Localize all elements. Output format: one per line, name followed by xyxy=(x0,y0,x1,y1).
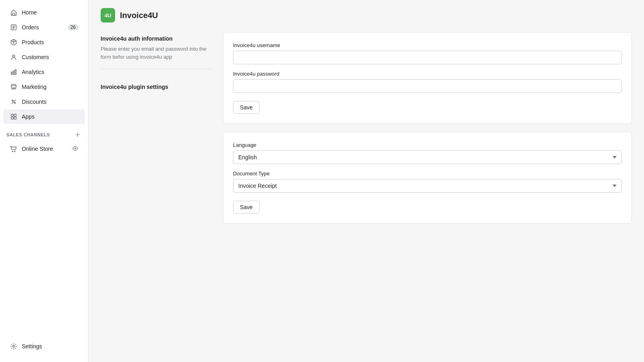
username-label: Invoice4u username xyxy=(233,42,622,48)
svg-point-15 xyxy=(74,148,76,149)
app-logo: 4U xyxy=(101,8,115,23)
sidebar-item-discounts[interactable]: Discounts xyxy=(3,95,85,109)
document-type-label: Document Type xyxy=(233,171,622,177)
content-left: Invoice4u auth information Please enter … xyxy=(101,32,213,232)
language-form-group: Language English Hebrew Arabic xyxy=(233,142,622,164)
sales-channels-header: SALES CHANNELS xyxy=(0,124,88,141)
sidebar-item-products[interactable]: Products xyxy=(3,35,85,49)
settings-icon xyxy=(10,342,18,350)
sidebar-item-analytics-label: Analytics xyxy=(22,69,44,75)
svg-point-1 xyxy=(12,55,14,57)
plugin-section-title: Invoice4u plugin settings xyxy=(101,84,213,90)
sidebar: Home Orders 26 Products Customers xyxy=(0,0,89,362)
content-layout: Invoice4u auth information Please enter … xyxy=(101,32,632,232)
customers-icon xyxy=(10,53,18,61)
sidebar-bottom: Settings xyxy=(0,339,88,357)
auth-section-title: Invoice4u auth information xyxy=(101,35,213,42)
plugin-save-button[interactable]: Save xyxy=(233,201,260,214)
orders-icon xyxy=(10,23,18,31)
document-type-select[interactable]: Invoice Receipt Invoice Receipt xyxy=(233,179,622,193)
sidebar-item-analytics[interactable]: Analytics xyxy=(3,65,85,79)
sidebar-item-settings-label: Settings xyxy=(22,343,42,350)
sidebar-item-online-store-label: Online Store xyxy=(22,146,53,152)
content-right: Invoice4u username Invoice4u password Sa… xyxy=(223,32,632,232)
sidebar-nav: Home Orders 26 Products Customers xyxy=(0,5,88,339)
sidebar-item-home[interactable]: Home xyxy=(3,5,85,20)
home-icon xyxy=(10,8,18,16)
discounts-icon xyxy=(10,98,18,106)
sidebar-item-online-store[interactable]: Online Store xyxy=(3,142,85,156)
svg-point-8 xyxy=(14,102,16,104)
sidebar-item-settings[interactable]: Settings xyxy=(3,339,85,354)
password-label: Invoice4u password xyxy=(233,71,622,77)
plugin-section-info: Invoice4u plugin settings xyxy=(101,72,213,97)
auth-save-button[interactable]: Save xyxy=(233,101,260,114)
password-form-group: Invoice4u password xyxy=(233,71,622,93)
sidebar-item-customers-label: Customers xyxy=(22,54,49,60)
auth-section-desc: Please enter you email and password into… xyxy=(101,45,213,61)
add-sales-channel-button[interactable] xyxy=(74,131,82,139)
auth-card: Invoice4u username Invoice4u password Sa… xyxy=(223,32,632,124)
svg-rect-4 xyxy=(15,70,17,75)
auth-section-info: Invoice4u auth information Please enter … xyxy=(101,32,213,72)
svg-rect-3 xyxy=(13,70,14,74)
password-input[interactable] xyxy=(233,79,622,93)
online-store-visibility-icon xyxy=(72,145,78,153)
orders-badge: 26 xyxy=(68,24,78,31)
svg-point-14 xyxy=(14,151,15,152)
sales-channels-label: SALES CHANNELS xyxy=(6,132,50,137)
svg-rect-2 xyxy=(11,72,12,74)
svg-point-7 xyxy=(12,100,14,102)
svg-rect-10 xyxy=(14,114,16,116)
sidebar-item-home-label: Home xyxy=(22,9,37,16)
main-content: 4U Invoice4U Invoice4u auth information … xyxy=(89,0,644,362)
username-input[interactable] xyxy=(233,51,622,64)
sidebar-item-apps-label: Apps xyxy=(22,113,35,120)
analytics-icon xyxy=(10,68,18,76)
plugin-card: Language English Hebrew Arabic Document … xyxy=(223,132,632,224)
sidebar-item-products-label: Products xyxy=(22,39,44,45)
sidebar-item-apps[interactable]: Apps xyxy=(3,109,85,124)
page-title: Invoice4U xyxy=(120,11,158,20)
username-form-group: Invoice4u username xyxy=(233,42,622,64)
language-select[interactable]: English Hebrew Arabic xyxy=(233,150,622,164)
document-type-form-group: Document Type Invoice Receipt Invoice Re… xyxy=(233,171,622,193)
svg-point-5 xyxy=(12,88,13,88)
svg-rect-12 xyxy=(14,117,16,119)
svg-rect-9 xyxy=(11,114,13,116)
sidebar-item-marketing[interactable]: Marketing xyxy=(3,80,85,94)
svg-point-16 xyxy=(13,346,15,348)
svg-point-6 xyxy=(14,88,15,88)
sidebar-item-marketing-label: Marketing xyxy=(22,84,46,90)
sidebar-item-customers[interactable]: Customers xyxy=(3,50,85,64)
sidebar-item-orders-label: Orders xyxy=(22,24,39,31)
marketing-icon xyxy=(10,83,18,91)
sidebar-item-orders[interactable]: Orders 26 xyxy=(3,20,85,35)
apps-icon xyxy=(10,113,18,121)
products-icon xyxy=(10,38,18,46)
sidebar-item-discounts-label: Discounts xyxy=(22,99,46,105)
svg-rect-11 xyxy=(11,117,13,119)
store-icon xyxy=(10,145,18,153)
language-label: Language xyxy=(233,142,622,148)
app-header: 4U Invoice4U xyxy=(101,8,632,23)
svg-point-13 xyxy=(12,151,13,152)
